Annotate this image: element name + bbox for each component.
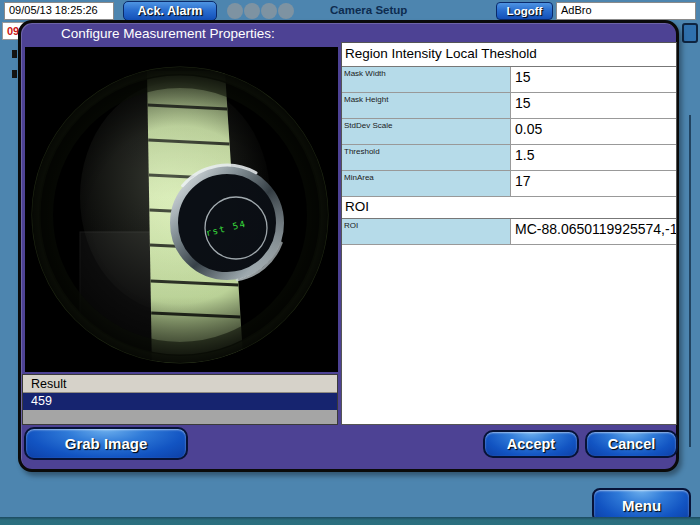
status-indicator-icon: [261, 3, 277, 19]
status-indicator-icon: [278, 3, 294, 19]
property-row-minarea: MinArea 17: [342, 171, 676, 197]
properties-table-filler: [342, 245, 676, 424]
property-value-field[interactable]: 1.5: [511, 145, 676, 170]
cancel-button[interactable]: Cancel: [585, 430, 678, 458]
property-row-stddev-scale: StdDev Scale 0.05: [342, 119, 676, 145]
section-header-region-intensity: Region Intensity Local Theshold: [342, 43, 676, 67]
background-text-fragment: [12, 70, 17, 78]
property-row-threshold: Threshold 1.5: [342, 145, 676, 171]
property-value-field[interactable]: 0.05: [511, 119, 676, 144]
timestamp-display: 09/05/13 18:25:26: [4, 2, 114, 20]
result-list-empty-row[interactable]: [23, 410, 337, 424]
result-list-item-selected[interactable]: 459: [23, 393, 337, 410]
camera-image: rst 54: [25, 47, 338, 372]
property-row-roi: ROI MC-88.0650119925574,-1: [342, 219, 676, 245]
property-value-field[interactable]: 17: [511, 171, 676, 196]
background-text-fragment: [12, 50, 17, 58]
property-label: Mask Width: [342, 67, 511, 92]
dialog-title: Configure Measurement Properties:: [61, 26, 275, 41]
status-indicators: [227, 3, 294, 19]
screen: 09/05/13 18:25:26 Ack. Alarm Camera Setu…: [0, 0, 700, 525]
property-value-field[interactable]: MC-88.0650119925574,-1: [511, 219, 676, 244]
ack-alarm-button[interactable]: Ack. Alarm: [123, 1, 217, 21]
section-header-roi: ROI: [342, 197, 676, 219]
grab-image-button[interactable]: Grab Image: [24, 427, 188, 460]
configure-measurement-dialog: Configure Measurement Properties:: [18, 20, 679, 472]
property-row-mask-height: Mask Height 15: [342, 93, 676, 119]
property-label: MinArea: [342, 171, 511, 196]
property-label: ROI: [342, 219, 511, 244]
property-value-field[interactable]: 15: [511, 93, 676, 118]
logoff-button[interactable]: Logoff: [496, 2, 553, 20]
status-indicator-icon: [244, 3, 260, 19]
camera-setup-label: Camera Setup: [330, 4, 407, 16]
property-value-field[interactable]: 15: [511, 67, 676, 92]
result-list-header: Result: [23, 375, 337, 393]
background-scrollbar-tab: [682, 23, 698, 43]
property-label: Threshold: [342, 145, 511, 170]
properties-table: Region Intensity Local Theshold Mask Wid…: [341, 42, 677, 425]
accept-button[interactable]: Accept: [483, 430, 579, 458]
camera-image-view[interactable]: rst 54: [25, 47, 338, 372]
username-field[interactable]: AdBro: [556, 2, 696, 20]
status-indicator-icon: [227, 3, 243, 19]
bottom-edge-strip: [0, 517, 700, 525]
property-row-mask-width: Mask Width 15: [342, 67, 676, 93]
background-scrollbar-line: [689, 115, 691, 447]
property-label: Mask Height: [342, 93, 511, 118]
result-list: Result 459: [22, 374, 338, 425]
property-label: StdDev Scale: [342, 119, 511, 144]
